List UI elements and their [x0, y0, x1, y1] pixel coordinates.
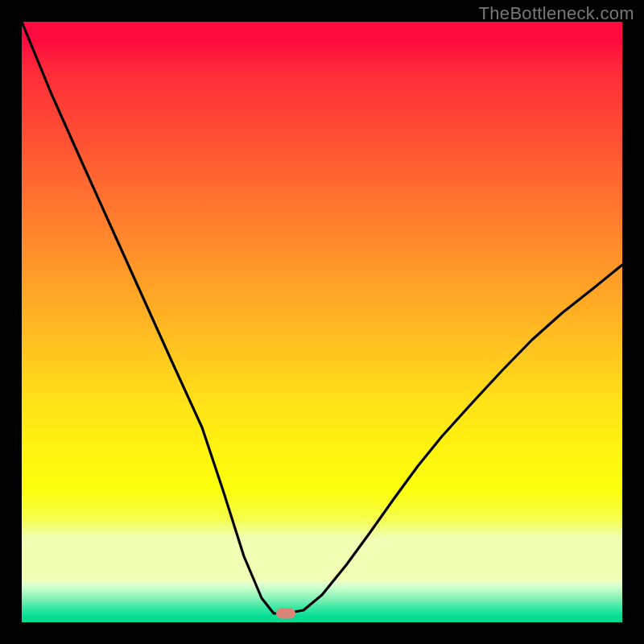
watermark-text: TheBottleneck.com	[479, 3, 634, 24]
bottleneck-curve-svg	[22, 22, 622, 622]
plot-area	[22, 22, 622, 622]
bottleneck-curve	[22, 22, 622, 613]
optimum-marker	[276, 608, 295, 618]
chart-frame: TheBottleneck.com	[0, 0, 644, 644]
